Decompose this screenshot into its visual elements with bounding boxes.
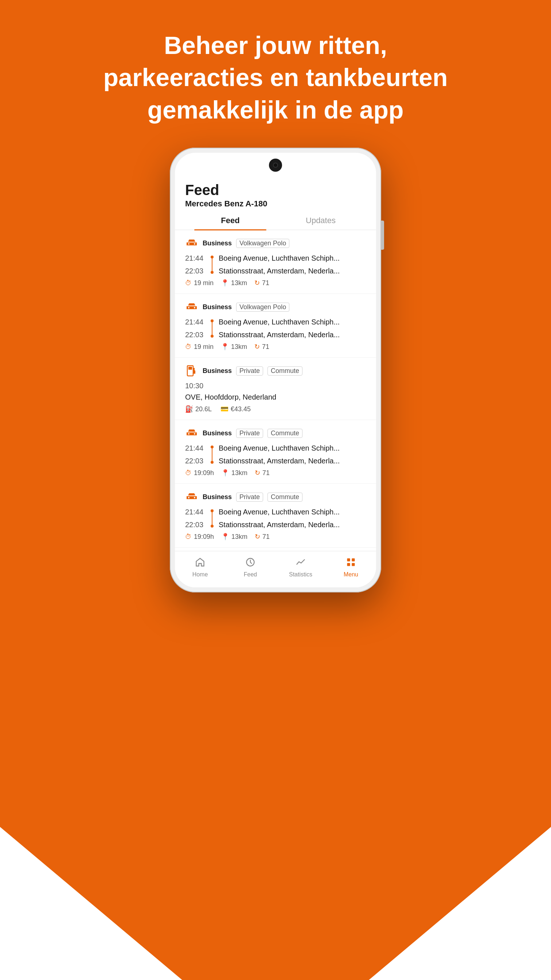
clock-icon-5: ⏱ xyxy=(185,533,192,541)
feed-item-3[interactable]: Business Private Commute 10:30 OVE, Hoof… xyxy=(175,358,376,420)
feed-item-5[interactable]: Business Private Commute 21:44 22:03 xyxy=(175,484,376,547)
nav-item-menu[interactable]: Menu xyxy=(326,555,376,580)
svg-rect-1 xyxy=(188,367,192,370)
car-icon-5 xyxy=(185,490,198,503)
nav-label-home: Home xyxy=(192,571,208,578)
route-dot-top-1 xyxy=(211,256,214,258)
app-title: Feed xyxy=(185,182,366,198)
badge-3: Business xyxy=(203,367,232,375)
route-addresses-4: Boeing Avenue, Luchthaven Schiph... Stat… xyxy=(219,444,366,465)
home-icon xyxy=(195,557,205,570)
phone-screen: Feed Mercedes Benz A-180 Feed Updates xyxy=(175,153,376,587)
route-times-5: 21:44 22:03 xyxy=(185,508,207,529)
time-start-2: 21:44 xyxy=(185,318,207,326)
feed-item-1-header: Business Volkwagen Polo xyxy=(185,237,366,250)
bottom-nav: Home Feed xyxy=(175,551,376,587)
feed-item-4[interactable]: Business Private Commute 21:44 22:03 xyxy=(175,420,376,484)
tag-4a: Private xyxy=(236,429,263,438)
statistics-icon xyxy=(295,557,306,570)
nav-label-feed: Feed xyxy=(244,571,257,578)
route-dot-top-4 xyxy=(211,445,214,449)
fuel-pump-icon: ⛽ xyxy=(185,405,193,413)
stat-distance-1: 📍 13km xyxy=(221,279,247,287)
tag-3b: Commute xyxy=(267,366,302,375)
route-times-4: 21:44 22:03 xyxy=(185,444,207,465)
bg-shape-right xyxy=(369,725,551,980)
feed-item-1[interactable]: Business Volkwagen Polo 21:44 22:03 xyxy=(175,230,376,294)
stat-duration-2: ⏱ 19 min xyxy=(185,343,214,351)
trip-stats-5: ⏱ 19:09h 📍 13km ↻ 71 xyxy=(185,533,366,541)
route-line-seg-2 xyxy=(212,322,213,335)
hero-title: Beheer jouw ritten, parkeeracties en tan… xyxy=(67,0,484,148)
tag-2: Volkwagen Polo xyxy=(236,302,289,312)
feed-item-2-header: Business Volkwagen Polo xyxy=(185,301,366,313)
nav-label-statistics: Statistics xyxy=(289,571,312,578)
address-from-2: Boeing Avenue, Luchthaven Schiph... xyxy=(219,318,366,326)
nav-item-home[interactable]: Home xyxy=(175,555,225,580)
stat-distance-5: 📍 13km xyxy=(221,533,248,541)
stat-duration-5: ⏱ 19:09h xyxy=(185,533,214,541)
app-header: Feed Mercedes Benz A-180 xyxy=(175,178,376,208)
trip-stats-2: ⏱ 19 min 📍 13km ↻ 71 xyxy=(185,343,366,351)
route-dot-top-2 xyxy=(211,320,214,322)
camera-dot xyxy=(273,162,278,168)
tab-feed[interactable]: Feed xyxy=(185,216,275,230)
fuel-stats-3: ⛽ 20.6L 💳 €43.45 xyxy=(185,405,366,413)
menu-icon xyxy=(346,557,356,570)
route-line-seg-4 xyxy=(212,449,213,461)
tag-1: Volkwagen Polo xyxy=(236,239,289,248)
tag-4b: Commute xyxy=(267,429,302,438)
route-dot-top-5 xyxy=(211,509,214,512)
bg-shape-left xyxy=(0,725,182,980)
route-dot-bot-4 xyxy=(211,461,214,464)
stat-duration-1: ⏱ 19 min xyxy=(185,279,214,287)
route-dot-bot-1 xyxy=(211,271,214,274)
address-to-4: Stationsstraat, Amsterdam, Nederla... xyxy=(219,457,366,465)
nav-item-feed[interactable]: Feed xyxy=(225,555,275,580)
feed-item-5-header: Business Private Commute xyxy=(185,490,366,503)
app-content: Feed Mercedes Benz A-180 Feed Updates xyxy=(175,153,376,587)
route-addresses-2: Boeing Avenue, Luchthaven Schiph... Stat… xyxy=(219,318,366,339)
tab-updates[interactable]: Updates xyxy=(275,216,366,230)
route-line-2 xyxy=(211,318,214,339)
feed-item-2[interactable]: Business Volkwagen Polo 21:44 22:03 xyxy=(175,294,376,358)
feed-item-4-header: Business Private Commute xyxy=(185,426,366,440)
time-start-4: 21:44 xyxy=(185,444,207,452)
stat-score-1: ↻ 71 xyxy=(254,279,269,287)
address-to-2: Stationsstraat, Amsterdam, Nederla... xyxy=(219,331,366,339)
clock-icon-2: ⏱ xyxy=(185,343,192,351)
score-icon-4: ↻ xyxy=(255,469,260,477)
stat-duration-4: ⏱ 19:09h xyxy=(185,469,214,477)
route-addresses-5: Boeing Avenue, Luchthaven Schiph... Stat… xyxy=(219,508,366,529)
time-end-1: 22:03 xyxy=(185,267,207,275)
pin-icon-5: 📍 xyxy=(221,533,229,541)
fuel-time-3: 10:30 xyxy=(185,382,366,390)
phone-frame: Feed Mercedes Benz A-180 Feed Updates xyxy=(170,148,381,592)
address-to-5: Stationsstraat, Amsterdam, Nederla... xyxy=(219,520,366,529)
route-line-seg-1 xyxy=(212,258,213,271)
nav-item-statistics[interactable]: Statistics xyxy=(275,555,326,580)
fuel-liters-3: ⛽ 20.6L xyxy=(185,405,212,413)
badge-2: Business xyxy=(203,303,232,311)
time-end-5: 22:03 xyxy=(185,520,207,529)
svg-rect-4 xyxy=(352,558,354,562)
time-start-5: 21:44 xyxy=(185,508,207,516)
time-end-2: 22:03 xyxy=(185,331,207,339)
badge-5: Business xyxy=(203,493,232,501)
feed-nav-icon xyxy=(245,557,256,570)
tag-5b: Commute xyxy=(267,493,302,502)
app-subtitle: Mercedes Benz A-180 xyxy=(185,199,366,208)
address-to-1: Stationsstraat, Amsterdam, Nederla... xyxy=(219,267,366,275)
fuel-cost-3: 💳 €43.45 xyxy=(221,405,251,413)
time-start-1: 21:44 xyxy=(185,254,207,262)
trip-route-1: 21:44 22:03 Boeing Avenue, Luchthaven Sc… xyxy=(185,254,366,275)
stat-distance-4: 📍 13km xyxy=(221,469,248,477)
route-dot-bot-2 xyxy=(211,335,214,337)
svg-rect-6 xyxy=(352,563,354,566)
clock-icon-4: ⏱ xyxy=(185,469,192,477)
route-line-4 xyxy=(211,444,214,465)
stat-distance-2: 📍 13km xyxy=(221,343,247,351)
address-from-4: Boeing Avenue, Luchthaven Schiph... xyxy=(219,444,366,452)
route-times-1: 21:44 22:03 xyxy=(185,254,207,275)
trip-route-4: 21:44 22:03 Boeing Avenue, Luchthaven Sc… xyxy=(185,444,366,465)
